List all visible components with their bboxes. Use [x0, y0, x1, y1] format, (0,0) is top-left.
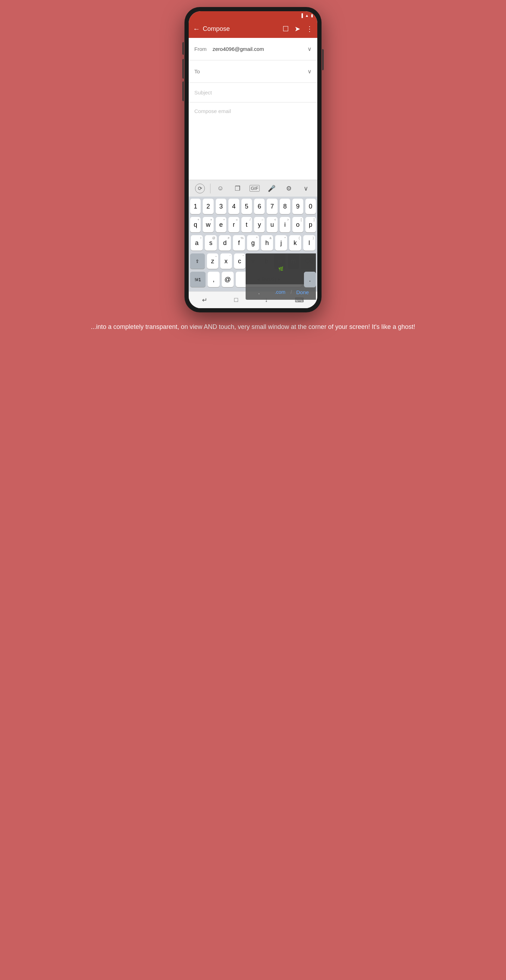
signal-icon: ▐ — [300, 13, 303, 18]
translate-button[interactable]: ⟳ — [192, 180, 209, 197]
key-k[interactable]: k( — [289, 235, 301, 251]
from-label: From — [194, 46, 212, 52]
key-l[interactable]: l) — [303, 235, 315, 251]
key-2[interactable]: 2 — [203, 199, 213, 214]
comma-key[interactable]: , — [208, 272, 220, 287]
keyboard-toolbar: ⟳ ☺ ❐ GIF 🎤 ⚙ ∨ — [189, 180, 317, 197]
gif-icon: GIF — [249, 185, 260, 192]
to-field[interactable]: To ∨ — [189, 60, 317, 83]
emoji-button[interactable]: ☺ — [212, 180, 229, 197]
key-q[interactable]: q+ — [190, 217, 201, 232]
key-5[interactable]: 5 — [241, 199, 252, 214]
keyboard: 1 2 3 4 5 6 7 8 9 0 q+ w× e÷ r= — [189, 197, 317, 291]
key-e[interactable]: e÷ — [216, 217, 226, 232]
a-row: a! s@ d# f% g^ h& j* k( l) — [190, 235, 316, 251]
subject-field[interactable]: Subject — [189, 83, 317, 102]
volume-up-button — [182, 42, 184, 55]
key-1[interactable]: 1 — [190, 199, 201, 214]
phone-frame: ▐ ▲ ▮ ← Compose ☐ ➤ ⋮ From — [185, 7, 321, 312]
key-i[interactable]: i> — [280, 217, 290, 232]
bixby-button — [182, 81, 184, 101]
autocomplete-dot[interactable]: . — [249, 288, 270, 296]
attach-button[interactable]: ☐ — [283, 25, 289, 33]
app-title: Compose — [203, 25, 230, 33]
key-h[interactable]: h& — [261, 235, 273, 251]
z-row-container: ⇧ z– x' c" v: b; n m? ⌫ 🌿 — [190, 253, 316, 269]
settings-button[interactable]: ⚙ — [280, 180, 298, 197]
number-row: 1 2 3 4 5 6 7 8 9 0 — [190, 199, 316, 214]
wifi-icon: ▲ — [305, 13, 309, 18]
key-x[interactable]: x' — [220, 253, 231, 269]
key-8[interactable]: 8 — [280, 199, 290, 214]
home-nav-button[interactable]: □ — [234, 296, 238, 304]
key-j[interactable]: j* — [275, 235, 287, 251]
more-options-button[interactable]: ⋮ — [306, 25, 313, 33]
key-7[interactable]: 7 — [267, 199, 277, 214]
key-0[interactable]: 0 — [305, 199, 316, 214]
mic-icon: 🎤 — [268, 185, 276, 192]
symbols-key[interactable]: !#1 — [190, 272, 206, 287]
key-t[interactable]: t/ — [241, 217, 252, 232]
from-value: zero4096@gmail.com — [212, 46, 308, 52]
key-3[interactable]: 3 — [216, 199, 226, 214]
key-p[interactable]: p] — [305, 217, 316, 232]
sticker-icon: ❐ — [235, 185, 240, 192]
at-key[interactable]: @ — [222, 272, 234, 287]
key-g[interactable]: g^ — [247, 235, 259, 251]
key-z[interactable]: z– — [207, 253, 218, 269]
send-button[interactable]: ➤ — [294, 25, 300, 33]
key-6[interactable]: 6 — [254, 199, 265, 214]
key-f[interactable]: f% — [233, 235, 245, 251]
key-y[interactable]: y– — [254, 217, 265, 232]
back-button[interactable]: ← — [193, 25, 200, 33]
dot-key[interactable]: . — [304, 272, 316, 287]
key-s[interactable]: s@ — [205, 235, 217, 251]
power-button — [322, 49, 324, 70]
keyboard-collapse-button[interactable]: ∨ — [297, 180, 314, 197]
to-label: To — [194, 68, 212, 75]
translate-icon: ⟳ — [195, 184, 205, 193]
subject-placeholder: Subject — [194, 89, 212, 95]
collapse-icon: ∨ — [303, 185, 308, 192]
key-o[interactable]: o[ — [292, 217, 303, 232]
key-u[interactable]: u< — [267, 217, 277, 232]
phone-screen: ▐ ▲ ▮ ← Compose ☐ ➤ ⋮ From — [189, 11, 317, 308]
q-row: q+ w× e÷ r= t/ y– u< i> o[ p] — [190, 217, 316, 232]
key-d[interactable]: d# — [219, 235, 231, 251]
status-bar: ▐ ▲ ▮ — [189, 11, 317, 20]
key-a[interactable]: a! — [191, 235, 203, 251]
autocomplete-com[interactable]: .com — [270, 289, 291, 295]
toolbar-divider — [210, 184, 211, 193]
sticker-button[interactable]: ❐ — [229, 180, 246, 197]
app-bar-right: ☐ ➤ ⋮ — [283, 25, 313, 33]
shift-key[interactable]: ⇧ — [190, 253, 205, 269]
key-r[interactable]: r= — [228, 217, 239, 232]
status-icons: ▐ ▲ ▮ — [300, 13, 313, 18]
from-chevron-icon: ∨ — [308, 46, 312, 52]
phone-wrapper: ▐ ▲ ▮ ← Compose ☐ ➤ ⋮ From — [185, 7, 321, 312]
gif-button[interactable]: GIF — [246, 180, 263, 197]
key-9[interactable]: 9 — [292, 199, 303, 214]
emoji-icon: ☺ — [217, 185, 223, 192]
from-field[interactable]: From zero4096@gmail.com ∨ — [189, 38, 317, 60]
autocomplete-done[interactable]: Done — [292, 289, 313, 295]
settings-icon: ⚙ — [286, 185, 292, 192]
key-4[interactable]: 4 — [228, 199, 239, 214]
to-chevron-icon: ∨ — [308, 68, 312, 75]
compose-area[interactable]: Compose email — [189, 102, 317, 180]
autocomplete-image: 🌿 — [278, 266, 284, 271]
caption-text: ...into a completely transparent, on vie… — [77, 322, 429, 332]
key-c[interactable]: c" — [234, 253, 245, 269]
app-bar: ← Compose ☐ ➤ ⋮ — [189, 20, 317, 38]
compose-placeholder: Compose email — [194, 108, 312, 114]
battery-icon: ▮ — [311, 13, 313, 18]
key-w[interactable]: w× — [203, 217, 213, 232]
mic-button[interactable]: 🎤 — [263, 180, 280, 197]
app-bar-left: ← Compose — [193, 25, 230, 33]
volume-down-button — [182, 59, 184, 79]
back-nav-button[interactable]: ↵ — [202, 296, 208, 304]
